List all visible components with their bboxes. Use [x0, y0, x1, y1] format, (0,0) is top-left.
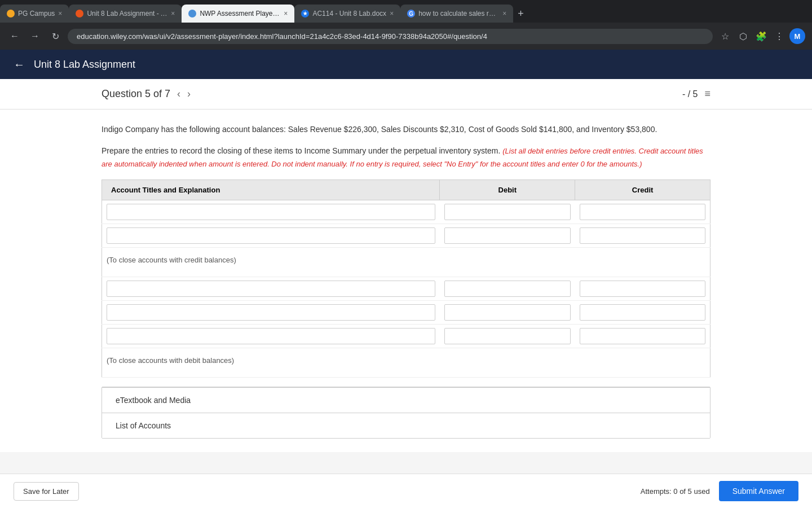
account-cell	[102, 200, 440, 224]
table-row	[102, 300, 710, 324]
question-title: Question 5 of 7	[102, 88, 170, 100]
debit-cell	[440, 300, 575, 324]
debit-input-1-2[interactable]	[444, 227, 571, 244]
table-row	[102, 224, 710, 247]
account-cell	[102, 277, 440, 300]
next-question-button[interactable]: ›	[187, 88, 191, 100]
tab-label: AC114 - Unit 8 Lab.docx	[312, 10, 386, 17]
question-header: Question 5 of 7 ‹ › - / 5 ≡	[0, 79, 812, 110]
col-header-account: Account Titles and Explanation	[102, 179, 440, 200]
account-input-1-2[interactable]	[107, 227, 435, 244]
tab-favicon: G	[407, 10, 415, 17]
debit-cell	[440, 324, 575, 348]
tab-label: PG Campus	[18, 10, 55, 17]
account-input-2-3[interactable]	[107, 328, 435, 344]
section2-note-row: (To close accounts with debit balances)	[102, 348, 710, 377]
tab-label: how to calculate sales revenue	[418, 10, 499, 17]
back-arrow-icon[interactable]: ←	[14, 58, 25, 71]
forward-button[interactable]: →	[27, 28, 43, 44]
tab-pg-campus[interactable]: PG Campus ×	[0, 5, 69, 23]
tab-close-icon[interactable]: ×	[171, 10, 175, 17]
account-cell	[102, 300, 440, 324]
prepare-instruction: Prepare the entries to record the closin…	[102, 144, 710, 170]
credit-cell	[575, 200, 710, 224]
list-icon[interactable]: ≡	[704, 88, 710, 100]
back-button[interactable]: ←	[7, 28, 23, 44]
tab-close-icon[interactable]: ×	[58, 10, 62, 17]
account-input-2-1[interactable]	[107, 281, 435, 297]
tab-favicon	[188, 10, 196, 17]
puzzle-icon[interactable]: 🧩	[753, 28, 769, 44]
tab-ac114-docx[interactable]: ★ AC114 - Unit 8 Lab.docx ×	[294, 5, 400, 23]
question-text: Indigo Company has the following account…	[102, 123, 710, 135]
account-input-1-1[interactable]	[107, 204, 435, 220]
save-for-later-button[interactable]: Save for Later	[14, 482, 79, 501]
credit-cell	[575, 300, 710, 324]
credit-input-1-2[interactable]	[580, 227, 705, 244]
content-area: Question 5 of 7 ‹ › - / 5 ≡ Indigo Compa…	[0, 79, 812, 508]
answer-table: Account Titles and Explanation Debit Cre…	[102, 179, 710, 378]
list-of-accounts-button[interactable]: List of Accounts	[102, 413, 710, 438]
credit-input-2-2[interactable]	[580, 304, 705, 321]
debit-input-1-1[interactable]	[444, 204, 571, 220]
credit-cell	[575, 324, 710, 348]
tab-close-icon[interactable]: ×	[390, 10, 394, 17]
credit-cell	[575, 277, 710, 300]
tab-unit8-assignment[interactable]: Unit 8 Lab Assignment - AC114 ×	[69, 5, 182, 23]
question-score: - / 5	[682, 89, 698, 99]
tab-favicon	[7, 10, 15, 17]
address-bar-row: ← → ↻ ☆ ⬡ 🧩 ⋮ M	[0, 23, 812, 50]
app-title: Unit 8 Lab Assignment	[34, 59, 135, 71]
section2-note: (To close accounts with debit balances)	[102, 348, 710, 377]
account-input-2-2[interactable]	[107, 304, 435, 321]
menu-icon[interactable]: ⋮	[771, 28, 787, 44]
address-input[interactable]	[68, 29, 713, 44]
bottom-section: eTextbook and Media List of Accounts	[102, 387, 710, 439]
debit-cell	[440, 200, 575, 224]
footer-bar: Save for Later Attempts: 0 of 5 used Sub…	[0, 474, 812, 508]
table-row	[102, 200, 710, 224]
section1-note: (To close accounts with credit balances)	[102, 247, 710, 277]
credit-input-2-1[interactable]	[580, 281, 705, 297]
account-cell	[102, 224, 440, 247]
main-content: Indigo Company has the following account…	[0, 110, 812, 452]
app-header: ← Unit 8 Lab Assignment	[0, 50, 812, 79]
col-header-credit: Credit	[575, 179, 710, 200]
profile-button[interactable]: M	[789, 28, 805, 44]
bookmark-icon[interactable]: ☆	[717, 28, 733, 44]
debit-cell	[440, 224, 575, 247]
tab-nwp-assessment[interactable]: NWP Assessment Player UI Ap... ×	[182, 5, 294, 23]
tab-bar: PG Campus × Unit 8 Lab Assignment - AC11…	[0, 0, 812, 23]
debit-input-2-1[interactable]	[444, 281, 571, 297]
credit-cell	[575, 224, 710, 247]
col-header-debit: Debit	[440, 179, 575, 200]
tab-close-icon[interactable]: ×	[284, 10, 288, 17]
reload-button[interactable]: ↻	[47, 28, 63, 44]
credit-input-2-3[interactable]	[580, 328, 705, 344]
submit-answer-button[interactable]: Submit Answer	[719, 481, 798, 501]
table-row	[102, 277, 710, 300]
section1-note-row: (To close accounts with credit balances)	[102, 247, 710, 277]
tab-label: Unit 8 Lab Assignment - AC114	[87, 10, 167, 17]
new-tab-button[interactable]: +	[513, 8, 528, 20]
etextbook-button[interactable]: eTextbook and Media	[102, 387, 710, 413]
tab-label: NWP Assessment Player UI Ap...	[200, 10, 280, 17]
tab-google-search[interactable]: G how to calculate sales revenue ×	[400, 5, 513, 23]
attempts-text: Attempts: 0 of 5 used	[641, 487, 710, 496]
prev-question-button[interactable]: ‹	[177, 88, 180, 100]
table-row	[102, 324, 710, 348]
tab-favicon: ★	[301, 10, 309, 17]
extension-icon[interactable]: ⬡	[735, 28, 751, 44]
tab-favicon	[76, 10, 83, 17]
question-nav: Question 5 of 7 ‹ ›	[102, 88, 191, 100]
account-cell	[102, 324, 440, 348]
debit-input-2-3[interactable]	[444, 328, 571, 344]
debit-input-2-2[interactable]	[444, 304, 571, 321]
debit-cell	[440, 277, 575, 300]
toolbar-icons: ☆ ⬡ 🧩 ⋮ M	[717, 28, 805, 44]
tab-close-icon[interactable]: ×	[502, 10, 506, 17]
credit-input-1-1[interactable]	[580, 204, 705, 220]
instructions-highlight: (List all debit entries before credit en…	[102, 147, 703, 168]
